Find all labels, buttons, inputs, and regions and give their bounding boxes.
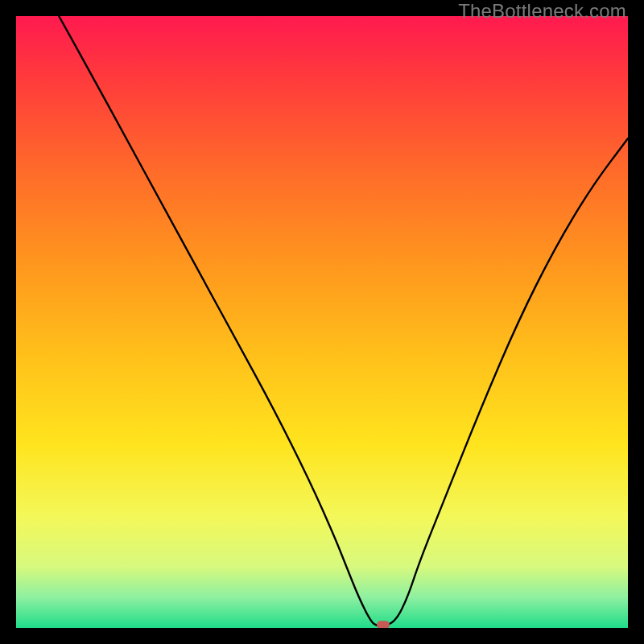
chart-frame: TheBottleneck.com [0,0,644,644]
optimal-point-marker [377,621,390,628]
watermark-text: TheBottleneck.com [458,0,626,23]
bottleneck-chart [16,16,628,628]
gradient-background [16,16,628,628]
